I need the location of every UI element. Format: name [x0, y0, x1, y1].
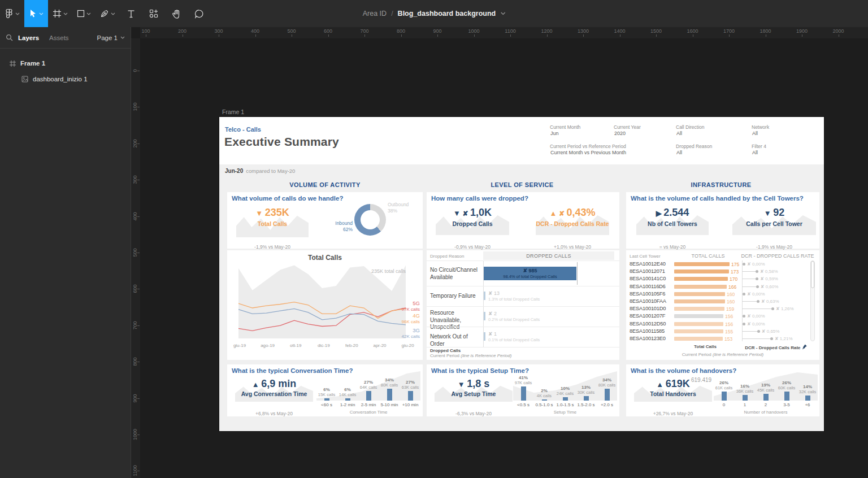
- dropped-calls-bar[interactable]: [484, 312, 485, 320]
- histogram-bar[interactable]: [521, 386, 526, 401]
- scrollbar-track[interactable]: [810, 260, 815, 341]
- layer-row-frame-1[interactable]: Frame 1: [0, 55, 131, 71]
- column-header-last-cell-tower: Last Cell Tower: [630, 254, 661, 259]
- horizontal-ruler[interactable]: 1002003004005006007008009001000110012001…: [140, 27, 868, 38]
- chevron-down-icon[interactable]: [500, 12, 505, 15]
- filter-filter-4[interactable]: Filter 4All: [752, 144, 836, 157]
- dropped-calls-bar[interactable]: [484, 292, 485, 300]
- histogram-bar[interactable]: [763, 394, 769, 401]
- kpi-value-line: ▼ 235K: [233, 207, 312, 219]
- tower-row[interactable]: 8ESA10011585155✘ 0,65%: [626, 328, 809, 335]
- hand-tool-button[interactable]: [165, 0, 188, 27]
- search-icon[interactable]: [0, 34, 18, 41]
- bar-calls-label: 80K calls: [594, 383, 619, 388]
- kpi-delta: -1,9% vs May-20: [233, 244, 312, 250]
- resources-button[interactable]: [142, 0, 165, 27]
- dcr-dot: [743, 293, 745, 296]
- filter-current-period-vs-reference-period[interactable]: Current Period vs Reference PeriodCurren…: [550, 144, 635, 157]
- histogram-bar[interactable]: [408, 391, 413, 401]
- tower-row[interactable]: 8ESA100116D6166✘ 0,60%: [626, 283, 809, 290]
- tower-id: 8ESA10012071: [630, 268, 665, 274]
- tab-assets[interactable]: Assets: [49, 34, 69, 41]
- kpi-delta: +6,8% vs May-20: [232, 411, 316, 416]
- kpi-label: Nb of Cell Towers: [633, 220, 712, 227]
- histogram-bar[interactable]: [605, 389, 610, 401]
- column-header-total-calls: TOTAL CALLS: [674, 253, 742, 259]
- comment-tool-button[interactable]: [188, 0, 210, 27]
- bar-calls-label: 14K calls: [335, 392, 360, 397]
- x-axis-tick-label: giu-19: [227, 343, 252, 349]
- tower-row[interactable]: 8ESA100105F6160✘ 0,00%: [626, 290, 809, 298]
- pen-tool-button[interactable]: [96, 0, 120, 27]
- filter-value: Current Month vs Previous Month: [550, 150, 626, 155]
- filter-dropped-reason[interactable]: Dropped ReasonAll: [676, 144, 761, 157]
- ruler-h-label: 1900: [793, 28, 811, 34]
- histogram-bar[interactable]: [743, 395, 748, 401]
- ruler-v-label: 1100: [131, 462, 139, 478]
- svg-text:235K total calls: 235K total calls: [371, 268, 406, 274]
- filter-panel: Current MonthJunCurrent Year2020Call Dir…: [550, 124, 821, 160]
- scrollbar-thumb[interactable]: [811, 261, 814, 288]
- filter-call-direction[interactable]: Call DirectionAll: [676, 124, 761, 138]
- tower-row[interactable]: 8ESA10012D50156✘ 0,00%: [626, 320, 809, 328]
- histogram-bar[interactable]: [805, 396, 810, 401]
- histogram-bar[interactable]: [722, 392, 727, 401]
- histogram-bar[interactable]: [563, 397, 568, 401]
- dropped-reason-row: Network Out of Order✘ 10.1% of total Dro…: [427, 327, 619, 347]
- chevron-down-icon: [15, 12, 20, 15]
- vertical-ruler[interactable]: 010020030040050060070080090010001100: [131, 38, 140, 478]
- histogram-bar[interactable]: [366, 391, 371, 401]
- x-axis-tick-label: ott-19: [283, 343, 308, 349]
- tower-row[interactable]: 8ESA10010FAA160✘ 0,63%: [626, 298, 809, 305]
- tab-layers[interactable]: Layers: [18, 34, 39, 41]
- dropped-calls-bar[interactable]: [484, 332, 485, 341]
- histogram-bar[interactable]: [584, 396, 589, 401]
- tower-row[interactable]: 8ESA100123E0153✘ 1,21%: [626, 335, 809, 341]
- footnote-measure: Dropped Calls: [430, 348, 461, 353]
- total-calls-value: 160: [727, 299, 735, 305]
- text-tool-button[interactable]: [120, 0, 142, 27]
- tower-row[interactable]: 8ESA10012E40175✘ 0,00%: [626, 260, 809, 268]
- ruler-h-tick: [474, 34, 475, 37]
- main-menu-button[interactable]: [0, 0, 24, 27]
- total-calls-value: 156: [725, 314, 733, 319]
- ruler-h-tick: [255, 34, 256, 37]
- tower-row[interactable]: 8ESA100141C0170✘ 0,59%: [626, 275, 809, 283]
- dropped-calls-bar[interactable]: ✘ 98598.4% of total Dropped Calls: [484, 267, 576, 280]
- total-calls-bar: [674, 262, 730, 266]
- histogram-bar[interactable]: [542, 399, 547, 401]
- histogram-axis-title: Conversation Time: [316, 410, 420, 415]
- kpi-label: Avg Setup Time: [431, 390, 516, 397]
- kpi-value-line: ▼ 92: [729, 207, 819, 219]
- card-setup-time: What is the typical Setup Time? ▼ 1,8 sA…: [427, 364, 619, 416]
- card-dropped-reasons: Dropped ReasonDROPPED CALLSNo Circuit/Ch…: [427, 250, 619, 360]
- kpi-label: Total Handovers: [631, 390, 715, 397]
- tower-id: 8ESA100101D0: [630, 306, 666, 311]
- filter-value: All: [752, 150, 758, 155]
- histogram-bar[interactable]: [345, 398, 350, 401]
- tower-row[interactable]: 8ESA10012071173✘ 0,58%: [626, 268, 809, 275]
- layer-row-dashboard-inizio[interactable]: dashboard_inizio 1: [0, 71, 131, 87]
- tower-id: 8ESA1001207F: [630, 313, 665, 319]
- reason-label: Temporary Failure: [430, 293, 482, 300]
- histogram-bar[interactable]: [387, 389, 392, 401]
- frame-tool-button[interactable]: [48, 0, 72, 27]
- shape-tool-button[interactable]: [72, 0, 96, 27]
- ruler-h-tick: [620, 34, 620, 37]
- filter-network[interactable]: NetworkAll: [752, 124, 836, 138]
- histogram-bar[interactable]: [324, 398, 329, 401]
- tower-id: 8ESA10012D50: [630, 321, 666, 327]
- tower-row[interactable]: 8ESA1001207F156✘ 0,00%: [626, 312, 809, 320]
- dashboard-image[interactable]: Telco - Calls Executive Summary Current …: [219, 117, 824, 431]
- bar-percent-label: 27%: [398, 380, 423, 385]
- frame-title-label[interactable]: Frame 1: [222, 108, 244, 115]
- page-selector[interactable]: Page 1: [97, 34, 125, 41]
- move-tool-button[interactable]: [24, 0, 48, 27]
- dcr-whisker-line: [742, 286, 756, 287]
- histogram-bar[interactable]: [784, 392, 789, 401]
- kpi-value: 92: [773, 207, 784, 218]
- dcr-dot: [770, 337, 773, 340]
- breadcrumb[interactable]: Area ID / Blog_dashboard background: [363, 0, 506, 27]
- kpi-dropped-calls: ▼ ✘ 1,0KDropped Calls-0,9% vs May-20: [432, 199, 513, 253]
- tower-row[interactable]: 8ESA100101D0159✘ 1,26%: [626, 305, 809, 312]
